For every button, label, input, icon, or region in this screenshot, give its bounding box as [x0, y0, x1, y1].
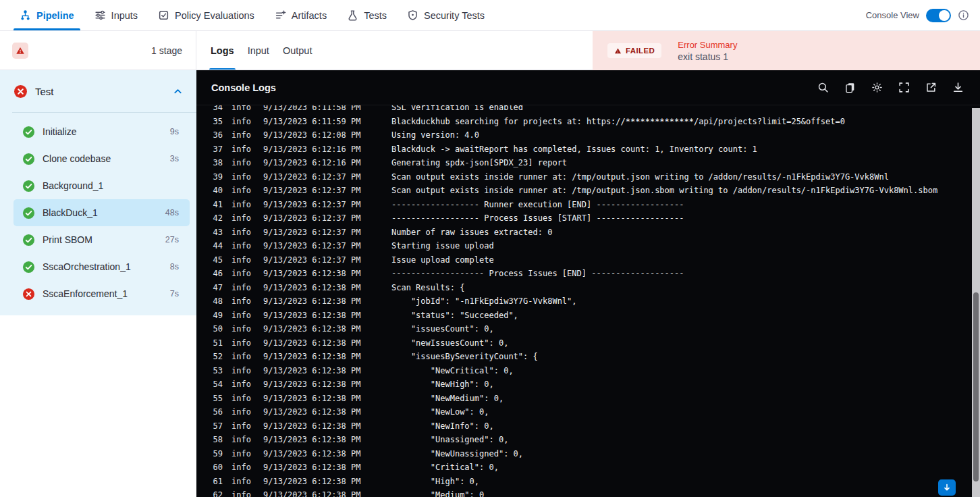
log-lvl: info	[232, 226, 252, 240]
log-ln: 55	[205, 392, 223, 406]
log-lvl: info	[232, 488, 252, 497]
main-panel: LogsInputOutput FAILED Error Summary exi…	[196, 31, 980, 497]
log-lvl: info	[232, 364, 252, 378]
tab-input[interactable]: Input	[248, 31, 269, 70]
status-failed-icon	[22, 288, 35, 300]
log-ts: 9/13/2023 6:12:38 PM	[263, 475, 362, 489]
step-row-blackduck-1[interactable]: BlackDuck_148s	[13, 199, 190, 226]
log-msg: Blackduck -> awaitReport has completed, …	[391, 142, 757, 157]
log-line: 48info9/13/2023 6:12:38 PM "jobId": "-n1…	[196, 294, 980, 309]
step-row-print-sbom[interactable]: Print SBOM27s	[13, 226, 190, 253]
tab-pipeline[interactable]: Pipeline	[9, 0, 84, 30]
sidebar: 1 stage Test Initialize9sClone codebase3…	[0, 31, 196, 497]
log-ts: 9/13/2023 6:12:37 PM	[263, 226, 362, 240]
search-icon[interactable]	[817, 82, 829, 93]
arrow-down-icon	[942, 483, 952, 492]
log-ts: 9/13/2023 6:12:38 PM	[263, 419, 362, 434]
log-line: 58info9/13/2023 6:12:38 PM "Unassigned":…	[196, 433, 980, 447]
log-line: 54info9/13/2023 6:12:38 PM "NewHigh": 0,	[196, 377, 980, 392]
download-icon[interactable]	[952, 82, 964, 93]
log-msg: Blackduckhub searching for projects at: …	[391, 115, 845, 129]
tests-icon	[347, 9, 358, 21]
log-ts: 9/13/2023 6:12:38 PM	[263, 377, 362, 392]
scroll-to-bottom-button[interactable]	[938, 479, 956, 496]
log-msg: Issue upload complete	[391, 253, 494, 267]
step-duration: 48s	[165, 208, 179, 217]
chevron-up-icon[interactable]	[173, 86, 183, 97]
log-msg: ------------------ Process Issues [START…	[391, 211, 684, 226]
log-ts: 9/13/2023 6:12:37 PM	[263, 253, 362, 267]
step-row-background-1[interactable]: Background_1	[13, 172, 190, 199]
tab-policy-evaluations[interactable]: Policy Evaluations	[148, 0, 265, 30]
log-lvl: info	[232, 128, 252, 142]
console-scrollbar[interactable]	[972, 108, 980, 497]
stage-row-test[interactable]: Test	[0, 70, 196, 112]
log-ts: 9/13/2023 6:12:38 PM	[263, 309, 362, 323]
log-ts: 9/13/2023 6:12:38 PM	[263, 447, 362, 461]
step-row-sscaorchestration-1[interactable]: SscaOrchestration_18s	[13, 253, 190, 280]
log-lvl: info	[232, 294, 252, 309]
log-ln: 57	[205, 419, 223, 434]
log-line: 60info9/13/2023 6:12:38 PM "Critical": 0…	[196, 461, 980, 475]
tab-tests[interactable]: Tests	[337, 0, 397, 30]
log-lvl: info	[232, 170, 252, 184]
log-msg: Scan output exists inside runner at: /tm…	[391, 170, 889, 184]
log-lvl: info	[232, 267, 252, 281]
log-ln: 34	[205, 105, 223, 115]
log-line: 36info9/13/2023 6:12:08 PMUsing version:…	[196, 128, 980, 142]
step-duration: 3s	[170, 154, 179, 163]
fullscreen-icon[interactable]	[898, 82, 910, 93]
status-success-icon	[22, 180, 35, 192]
log-ln: 37	[205, 142, 223, 157]
status-success-icon	[22, 207, 35, 219]
log-msg: "jobId": "-n1FkEpdiw3Y7G-Vvk8Wnl",	[391, 294, 577, 309]
log-lvl: info	[232, 419, 252, 434]
step-duration: 27s	[165, 235, 179, 244]
log-msg: SSL verification is enabled	[391, 105, 523, 115]
tab-security-tests[interactable]: Security Tests	[397, 0, 495, 30]
log-line: 45info9/13/2023 6:12:37 PMIssue upload c…	[196, 253, 980, 267]
log-line: 40info9/13/2023 6:12:37 PMScan output ex…	[196, 184, 980, 198]
tab-inputs[interactable]: Inputs	[84, 0, 148, 30]
log-ts: 9/13/2023 6:12:38 PM	[263, 392, 362, 406]
tab-logs[interactable]: Logs	[211, 31, 234, 70]
step-name: SscaOrchestration_1	[43, 261, 131, 272]
tab-artifacts[interactable]: Artifacts	[265, 0, 337, 30]
console-panel: Console Logs 34info9/13/2023 6:11:58 PMS…	[196, 70, 980, 497]
console-view-toggle[interactable]	[926, 9, 951, 22]
settings-icon[interactable]	[871, 82, 883, 93]
log-ln: 45	[205, 253, 223, 267]
log-ln: 38	[205, 156, 223, 170]
console-view-label: Console View	[866, 10, 919, 20]
console-title: Console Logs	[211, 82, 276, 93]
failed-badge: FAILED	[607, 43, 661, 58]
log-line: 42info9/13/2023 6:12:37 PM--------------…	[196, 211, 980, 226]
log-ln: 53	[205, 364, 223, 378]
log-lvl: info	[232, 377, 252, 392]
log-ln: 50	[205, 322, 223, 336]
log-lvl: info	[232, 392, 252, 406]
step-name: Clone codebase	[43, 153, 111, 164]
log-ts: 9/13/2023 6:12:38 PM	[263, 281, 362, 295]
step-row-clone-codebase[interactable]: Clone codebase3s	[13, 145, 190, 172]
log-msg: "status": "Succeeded",	[391, 309, 518, 323]
log-ts: 9/13/2023 6:12:38 PM	[263, 294, 362, 309]
log-line: 56info9/13/2023 6:12:38 PM "NewLow": 0,	[196, 405, 980, 419]
stage-count: 1 stage	[151, 45, 182, 56]
log-ts: 9/13/2023 6:12:38 PM	[263, 433, 362, 447]
scrollbar-thumb[interactable]	[973, 292, 979, 481]
copy-icon[interactable]	[844, 82, 856, 93]
console-log-body[interactable]: 34info9/13/2023 6:11:58 PMSSL verificati…	[196, 105, 980, 497]
step-row-sscaenforcement-1[interactable]: SscaEnforcement_17s	[13, 280, 190, 307]
external-link-icon[interactable]	[925, 82, 937, 93]
log-ln: 59	[205, 447, 223, 461]
log-ts: 9/13/2023 6:12:38 PM	[263, 364, 362, 378]
status-success-icon	[22, 261, 35, 273]
log-line: 57info9/13/2023 6:12:38 PM "NewInfo": 0,	[196, 419, 980, 434]
tab-output[interactable]: Output	[283, 31, 312, 70]
info-icon[interactable]	[958, 9, 969, 21]
log-line: 38info9/13/2023 6:12:16 PMGenerating spd…	[196, 156, 980, 170]
step-row-initialize[interactable]: Initialize9s	[13, 118, 190, 145]
log-ln: 61	[205, 475, 223, 489]
log-line: 43info9/13/2023 6:12:37 PMNumber of raw …	[196, 226, 980, 240]
